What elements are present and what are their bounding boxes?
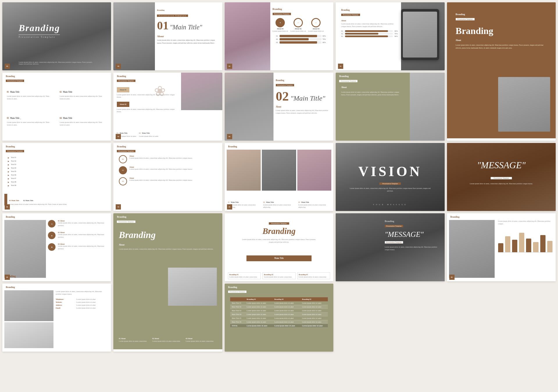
info-website: Website: Lorem ipsum dolor sit amet [56, 301, 108, 303]
main-title: "Main Title" [170, 24, 202, 31]
circle-text-1: Lorem ipsum dolor sit [273, 30, 288, 32]
slide-body: Lorem ipsum dolor sit amet, consectetur … [19, 61, 95, 65]
about-item-2: 02 About Lorem ipsum dolor sit amet, con… [119, 166, 217, 174]
body-text: Lorem ipsum dolor sit amet, consectetur … [341, 23, 398, 28]
slide-main-title-01: Branding Presentation Template 01 "Main … [113, 2, 222, 70]
body-text: Lorem ipsum dolor sit amet, consectetur … [276, 109, 330, 114]
about-col-3: 03 About Lorem ipsum dolor sit amet cons… [186, 338, 217, 343]
three-cols: Branding 01 Lorem ipsum dolor sit amet c… [228, 272, 330, 279]
circle-text-2: Lorem ipsum dolor sit [290, 30, 306, 32]
photos-row [227, 150, 331, 190]
body-text: Lorem ipsum dolor sit amet, consectetur … [456, 44, 547, 49]
circle-label-3: About 03 [308, 28, 324, 30]
circle-2: ○ [294, 18, 303, 27]
about-label: About [276, 106, 330, 108]
slide-number: 01 [227, 134, 232, 139]
circle-item-1: ● About 01 Lorem ipsum dolor sit [273, 18, 288, 32]
brand-title-big: Branding [456, 26, 547, 36]
slide-cover: Branding Presentation Template Lorem ips… [2, 2, 111, 70]
pres-tag-2: Presentation Template [385, 241, 403, 244]
bar-8 [547, 241, 552, 253]
bottom-label: YOUR MESSAGE [373, 204, 407, 205]
bar-4 [519, 233, 524, 252]
body-text: Lorem ipsum dolor sit amet, consectetur … [347, 187, 434, 192]
pres-tag: Presentation Template [6, 150, 24, 152]
pres-tag: Presentation Template [339, 80, 357, 82]
slide-number: 01 [5, 204, 10, 210]
brand-label: Branding [6, 145, 15, 148]
bar-row-2: 02. 70% [273, 38, 331, 40]
title-pair: 01 Main Title 02 Main Title Lorem ipsum … [9, 197, 67, 205]
title-cell-1: 01 Main Title Lorem ipsum dolor sit amet… [4, 86, 56, 111]
content-block: Branding Presentation Template "MESSAGE"… [385, 220, 439, 251]
body-text: Lorem ipsum dolor sit amet, consectetur … [385, 246, 439, 251]
info-address: Address: Lorem ipsum dolor sit amet [56, 304, 108, 306]
pres-tag: Presentation Template [117, 150, 135, 152]
brand-label: Branding [385, 220, 439, 223]
brand-label: Branding [450, 216, 459, 218]
pres-tag: Presentation Template [491, 177, 512, 179]
circle-1: ● [276, 18, 285, 27]
col-header-1: Branding 01 [245, 297, 273, 301]
slide-tablet: Branding Presentation Template About Lor… [336, 2, 444, 70]
pres-tag: Presentation Template [341, 14, 360, 16]
slide-brand-title: Branding [19, 23, 60, 33]
brand-label: Branding [6, 75, 15, 78]
brand-label: Branding [6, 286, 15, 289]
slide-number: 01 [5, 275, 10, 280]
bar-row-3: 03. 90% [273, 41, 331, 44]
table-row: Main Title 02 Lorem ipsum dolor sit amet… [230, 305, 328, 309]
slide-branding-about-large: Branding Presentation Template Branding … [447, 2, 556, 141]
slide-numbered-about: Branding Presentation Template 01 About … [113, 143, 222, 211]
pres-tag: Presentation Template [157, 15, 188, 17]
slide-number: 01 [227, 64, 232, 69]
brand-label: Branding [276, 79, 330, 82]
brand-label: Branding [228, 145, 237, 148]
brand-label: Branding [456, 13, 547, 16]
slide-branding-gray: Branding Presentation Template About Lor… [336, 73, 444, 141]
slide-number: 01 [116, 204, 121, 210]
slide-vision: VISION Presentation Template Lorem ipsum… [336, 143, 444, 211]
slide-man-message: Branding Presentation Template "MESSAGE"… [336, 213, 444, 281]
about-item-3: 03 About Lorem ipsum dolor sit amet, con… [119, 177, 217, 185]
bar-7 [540, 235, 546, 252]
list-item: ▶Text 03 [8, 164, 51, 166]
table-row: Main Title 06 Lorem ipsum dolor sit amet… [230, 320, 328, 324]
about-box-1: About 01 Lorem ipsum dolor sit amet, con… [117, 86, 178, 99]
title-item-2: 02 Main Title Lorem ipsum dolor sit amet [139, 130, 158, 137]
info-telephone: Telephone: Lorem ipsum dolor sit amet [56, 298, 108, 300]
slide-three-photos: Branding Presentation Template 01 Main T… [225, 143, 333, 211]
about-col-1: 01 About Lorem ipsum dolor sit amet cons… [119, 338, 150, 343]
brand-label: Branding [341, 9, 398, 11]
slide-number: 01 [227, 204, 232, 210]
bar-row-1: 01. 90% [341, 30, 398, 32]
body-text: Lorem ipsum dolor sit amet, consectetur … [458, 182, 545, 185]
bar-chart [498, 229, 552, 253]
brand-label: Branding [6, 216, 15, 218]
table-row: Main Title 04 Lorem ipsum dolor sit amet… [230, 312, 328, 316]
about-label: About [157, 35, 219, 38]
pres-tag: Presentation Template [456, 18, 475, 20]
brand-label: Branding [339, 75, 348, 78]
brand-label: Branding [117, 145, 126, 148]
slide-main-title-02: Branding Presentation Template 02 "Main … [225, 73, 333, 141]
pres-tag: Presentation Template [228, 291, 246, 293]
slide-bar-chart: Branding Presentation Template Lorem ips… [447, 213, 556, 281]
row-titles: 01 Main Title Lorem ipsum dolor sit amet… [117, 130, 219, 137]
brand-label: Branding [157, 9, 219, 11]
pres-tag: Presentation Template [269, 222, 289, 225]
titles-row: 01 Main Title Lorem ipsum dolor sit amet… [227, 198, 331, 210]
bar-row-3: 03. 90% [341, 35, 398, 37]
circle-3: ○ [311, 18, 321, 27]
slide-number: 01 [449, 275, 455, 280]
circle-label-1: About 01 [273, 28, 288, 30]
pres-tag: Presentation Template [276, 84, 294, 86]
pres-tag: Presentation Template [6, 80, 24, 82]
slide-branding-center: Presentation Template Branding Lorem ips… [225, 213, 333, 281]
title-cell-4: 04 Main Title Lorem ipsum dolor sit amet… [57, 112, 109, 137]
main-number: 02 [276, 90, 289, 103]
slide-number: 01 [116, 64, 121, 69]
table-row: Main Title 05 Lorem ipsum dolor sit amet… [230, 316, 328, 320]
circle-text-3: Lorem ipsum dolor sit [308, 30, 324, 32]
slide-about-boxes: Branding Presentation Template ❀ About 0… [113, 73, 222, 141]
